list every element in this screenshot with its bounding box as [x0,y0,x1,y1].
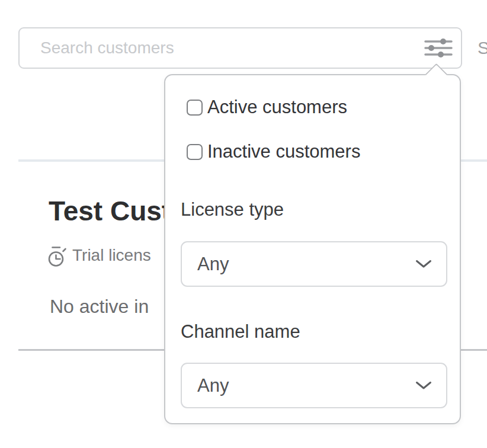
filter-sliders-icon [424,38,453,58]
checkbox-row-inactive-customers[interactable]: Inactive customers [187,141,360,162]
customers-page: S Test Cust Trial licens No active in Ac… [0,0,487,448]
filter-popover: Active customers Inactive customers Lice… [164,74,461,424]
search-input[interactable] [20,28,419,68]
chevron-down-icon [415,381,432,390]
channel-name-value: Any [197,375,229,396]
popover-content: Active customers Inactive customers Lice… [165,75,460,423]
active-customers-checkbox[interactable] [187,100,203,116]
stopwatch-icon [47,243,68,268]
checkbox-label: Inactive customers [207,141,360,162]
trial-license-text: Trial licens [72,246,151,265]
channel-name-label: Channel name [181,321,300,343]
search-box [18,27,462,69]
license-type-value: Any [197,254,229,275]
checkbox-label: Active customers [207,97,347,118]
customer-name-heading: Test Cust [49,195,165,227]
checkbox-row-active-customers[interactable]: Active customers [187,97,347,118]
sort-label[interactable]: S [478,38,487,58]
filter-button[interactable] [419,32,457,64]
customer-status-text: No active in [50,296,165,318]
channel-name-select[interactable]: Any [181,363,447,408]
license-type-label: License type [181,199,284,220]
chevron-down-icon [415,260,432,268]
inactive-customers-checkbox[interactable] [187,144,203,160]
license-type-select[interactable]: Any [181,241,447,287]
trial-license-badge: Trial licens [47,243,151,268]
